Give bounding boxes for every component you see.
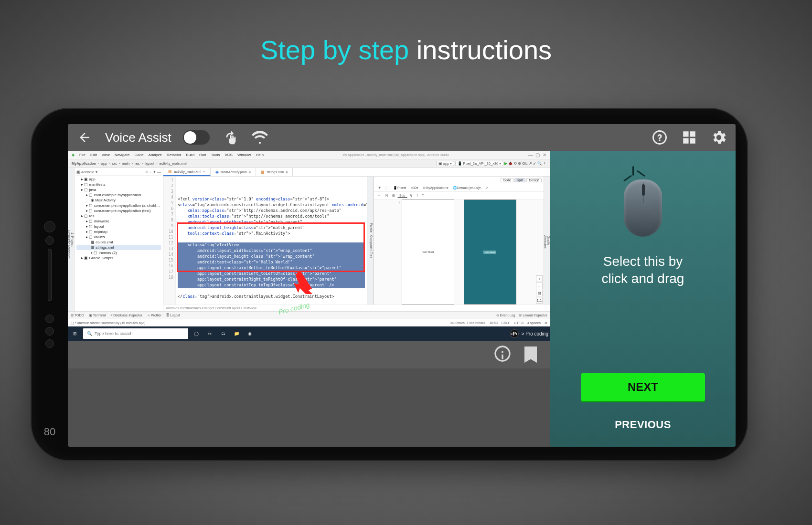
design-canvas[interactable]: ♀ ♀ Hello World Hello World +−⊡1:1 <box>374 200 544 304</box>
sensor-dot-icon <box>45 339 54 348</box>
tree-item[interactable]: ▦ strings.xml <box>76 245 161 250</box>
editor-tabs: ▦activity_main.xml× ◉MainActivity.java× … <box>163 168 550 177</box>
tree-item[interactable]: ▸ ▢ com.example.myapplication (test) <box>76 208 161 213</box>
taskbar-app-icon[interactable]: ◉ <box>245 328 255 339</box>
info-button[interactable] <box>493 344 512 365</box>
run-config-dropdown[interactable]: ▣ app ▾ <box>436 161 455 166</box>
start-button[interactable]: ⊞ <box>70 328 80 339</box>
tree-item[interactable]: ▸ ▢ layout <box>76 224 161 229</box>
code-editor[interactable]: 123456789101112131415161718 <?xml versio… <box>163 177 367 304</box>
help-icon[interactable] <box>651 128 669 147</box>
ide-body: 1: Project Resource Manager 2: Favorites… <box>68 168 550 311</box>
ide-menubar: ◆ File Edit View Navigate Code Analyze R… <box>68 151 550 159</box>
speaker-grille-icon <box>48 249 52 301</box>
content-row: ◆ File Edit View Navigate Code Analyze R… <box>68 151 736 447</box>
sensor-dot-icon <box>45 236 54 245</box>
tree-item[interactable]: ▸ ▢ drawable <box>76 219 161 224</box>
windows-taskbar[interactable]: ⊞ 🔍 Type here to search ◯ ☷ 🗂 📁 ◉ ‹P›> P… <box>68 326 550 341</box>
code-breadcrumb[interactable]: androidx.constraintlayout.widget.Constra… <box>163 304 550 311</box>
taskbar-search[interactable]: 🔍 Type here to search <box>83 328 188 339</box>
design-toolbar-secondary[interactable]: ↔N⊞Sdp↯IT <box>374 192 544 200</box>
taskbar-app-icon[interactable]: 📁 <box>231 328 242 339</box>
tree-item[interactable]: ▸ ▣ Gradle Scripts <box>76 255 161 261</box>
highlight-rectangle <box>177 222 365 272</box>
tablet-frame: 80 Voice Assist <box>31 108 748 461</box>
project-tree-panel[interactable]: ▣ Android ▾ ⊕ ÷ ✦ — ▸ ▣ app▸ ▢ manifests… <box>75 168 163 311</box>
breadcrumb-item[interactable]: activity_main.xml <box>159 161 186 166</box>
menu-item[interactable]: Navigate <box>115 153 130 157</box>
previous-button[interactable]: PREVIOUS <box>581 412 705 437</box>
instruction-text: Select this by click and drag <box>602 253 684 288</box>
bookmark-icon[interactable] <box>524 346 537 363</box>
menu-item[interactable]: Edit <box>90 153 97 157</box>
ide-right-tool-rail[interactable]: Gradle Attributes Layout Validation Devi… <box>544 177 550 304</box>
tree-item[interactable]: ▸ ▣ app <box>76 177 161 182</box>
ide-left-tool-rail[interactable]: 1: Project Resource Manager 2: Favorites… <box>68 168 75 311</box>
battery-label: 80 <box>44 426 55 438</box>
task-view-icon[interactable]: ◯ <box>191 328 202 339</box>
menu-item[interactable]: File <box>79 153 85 157</box>
page-heading: Step by step instructions <box>0 0 812 65</box>
breadcrumb-item[interactable]: src <box>112 161 117 166</box>
tree-item[interactable]: ▸ ▢ values <box>76 234 161 240</box>
palette-rail[interactable]: Palette Component Tree <box>367 177 374 304</box>
tree-item[interactable]: ▸ ▢ com.example.myapplication <box>76 192 161 198</box>
wifi-icon[interactable] <box>251 128 269 147</box>
design-toolbar[interactable]: 👁⬚📱Pixel▾ ≡30▾ ⊙MyApplication▾ 🌐Default … <box>374 184 544 192</box>
design-mode-switch[interactable]: Code Split Design <box>374 177 544 184</box>
layout-preview-light[interactable]: Hello World <box>402 200 454 304</box>
editor-tab[interactable]: ▦strings.xml× <box>256 168 293 176</box>
design-preview-pane: Code Split Design 👁⬚📱Pixel▾ ≡30▾ ⊙MyAppl… <box>374 177 544 304</box>
menu-item[interactable]: Analyze <box>149 153 162 157</box>
menu-item[interactable]: Build <box>186 153 194 157</box>
ide-bottom-tool-tabs[interactable]: ☰ TODO ▣ Terminal ≡ Database Inspector ∿… <box>68 311 550 319</box>
app-topbar: Voice Assist <box>68 124 736 151</box>
menu-item[interactable]: VCS <box>224 153 232 157</box>
brand-badge: ‹P›> Pro coding <box>510 329 548 338</box>
camera-lens-icon <box>44 221 55 232</box>
menu-item[interactable]: Refactor <box>167 153 181 157</box>
tree-item[interactable]: ▸ ▢ themes (2) <box>76 250 161 255</box>
menu-item[interactable]: Tools <box>211 153 220 157</box>
voice-assist-label: Voice Assist <box>105 130 171 145</box>
menu-item[interactable]: Code <box>134 153 143 157</box>
zoom-controls[interactable]: +−⊡1:1 <box>536 275 543 304</box>
next-button[interactable]: NEXT <box>581 373 705 401</box>
menu-item[interactable]: Window <box>237 153 251 157</box>
tree-item[interactable]: ▦ colors.xml <box>76 240 161 245</box>
tree-item[interactable]: ▸ ▢ mipmap <box>76 229 161 234</box>
red-arrow-icon <box>294 272 318 295</box>
breadcrumb-item[interactable]: res <box>135 161 139 166</box>
tree-item[interactable]: ▸ ▢ java <box>76 187 161 192</box>
device-screen: Voice Assist <box>68 124 736 447</box>
tree-item[interactable]: ▸ ▢ res <box>76 213 161 219</box>
menu-item[interactable]: Run <box>199 153 206 157</box>
heading-part1: Step by step <box>260 35 409 65</box>
editor-tab[interactable]: ▦activity_main.xml× <box>163 168 211 176</box>
line-gutter: 123456789101112131415161718 <box>163 177 176 304</box>
editor-area: ▦activity_main.xml× ◉MainActivity.java× … <box>163 168 550 311</box>
back-button[interactable] <box>75 128 94 147</box>
voice-assist-toggle[interactable] <box>183 130 210 145</box>
taskbar-app-icon[interactable]: ☷ <box>204 328 215 339</box>
tree-item[interactable]: ◉ MainActivity <box>76 198 161 203</box>
grid-icon[interactable] <box>680 128 698 147</box>
breadcrumb-item[interactable]: layout <box>145 161 154 166</box>
mouse-icon <box>619 165 667 242</box>
window-controls[interactable]: — ▢ ✕ <box>528 152 546 158</box>
breadcrumb-item[interactable]: MyApplication <box>72 161 96 166</box>
tree-item[interactable]: ▸ ▢ manifests <box>76 182 161 187</box>
hand-swipe-icon[interactable] <box>221 128 239 147</box>
ide-status-bar: ▢ * daemon started successfully (15 minu… <box>68 319 550 326</box>
tree-item[interactable]: ▸ ▢ com.example.myapplication (androidTe… <box>76 203 161 208</box>
taskbar-app-icon[interactable]: 🗂 <box>218 328 228 339</box>
device-dropdown[interactable]: 📱 Pixel_3a_API_30_x86 ▾ <box>455 161 503 166</box>
breadcrumb-item[interactable]: app <box>101 161 107 166</box>
code-content[interactable]: <?xml version=class="str">"1.0" encoding… <box>176 177 367 304</box>
menu-item[interactable]: View <box>102 153 110 157</box>
settings-gear-icon[interactable] <box>710 128 728 147</box>
editor-tab[interactable]: ◉MainActivity.java× <box>211 168 256 176</box>
layout-blueprint[interactable]: Hello World <box>464 200 516 304</box>
menu-item[interactable]: Help <box>256 153 263 157</box>
breadcrumb-item[interactable]: main <box>122 161 129 166</box>
